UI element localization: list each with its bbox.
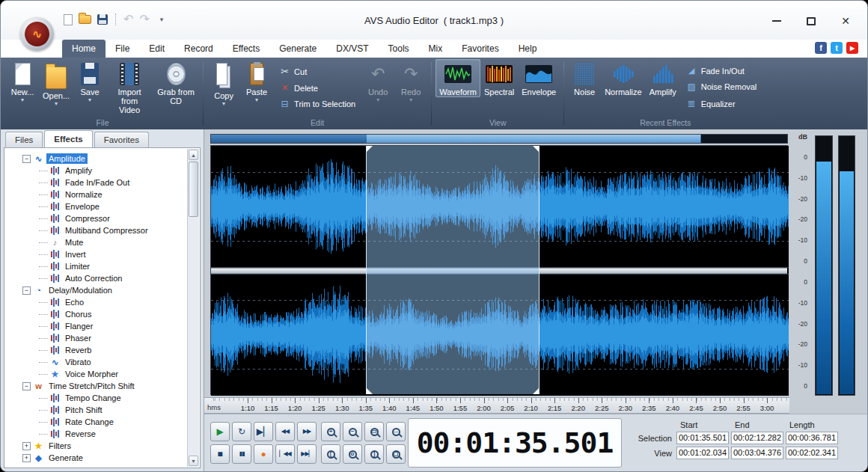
delete-button[interactable]: ✕Delete bbox=[279, 83, 355, 93]
customize-toolbar-chevron[interactable]: ▾ bbox=[160, 16, 164, 23]
tree-item-chorus[interactable]: Chorus bbox=[6, 308, 186, 320]
tab-effects[interactable]: Effects bbox=[223, 40, 269, 58]
tab-favorites[interactable]: Favorites bbox=[452, 40, 508, 58]
tree-item-filters[interactable]: +★Filters bbox=[6, 440, 186, 452]
tree-item-voice-morpher[interactable]: ★Voice Morpher bbox=[6, 368, 186, 380]
tab-home[interactable]: Home bbox=[62, 40, 106, 58]
tab-file[interactable]: File bbox=[106, 40, 139, 58]
close-button[interactable]: ✕ bbox=[836, 13, 855, 29]
maximize-button[interactable] bbox=[801, 13, 821, 29]
tree-item-tempo-change[interactable]: Tempo Change bbox=[6, 392, 186, 404]
trim-to-selection-button[interactable]: ⊟Trim to Selection bbox=[279, 99, 355, 109]
import-from-video-button[interactable]: Import from Video bbox=[106, 59, 153, 115]
tree-item-pitch-shift[interactable]: Pitch Shift bbox=[6, 404, 186, 416]
selection-start-field[interactable]: 00:01:35.501 bbox=[676, 432, 729, 444]
paste-button[interactable]: Paste▾ bbox=[240, 59, 273, 108]
tree-item-vibrato[interactable]: ∿Vibrato bbox=[6, 356, 186, 368]
go-to-end-button[interactable]: ▶▶▏ bbox=[297, 444, 317, 464]
overview-view-range[interactable] bbox=[367, 135, 701, 143]
collapse-icon[interactable]: − bbox=[22, 155, 31, 163]
panel-tab-effects[interactable]: Effects bbox=[44, 130, 92, 147]
tree-item-reverse[interactable]: Reverse bbox=[6, 428, 186, 440]
selection-handle-top-left[interactable] bbox=[367, 146, 373, 152]
selection-handle-bottom-right[interactable] bbox=[533, 388, 539, 394]
pause-button[interactable]: ▮▮ bbox=[232, 444, 251, 464]
play-to-end-button[interactable]: ▶▏ bbox=[254, 422, 273, 441]
play-button[interactable]: ▶ bbox=[210, 422, 230, 441]
zoom-fit-button[interactable]: ↔ bbox=[386, 422, 406, 441]
zoom-vertical-out-button[interactable]: o bbox=[343, 444, 362, 464]
tab-help[interactable]: Help bbox=[509, 40, 547, 58]
tab-edit[interactable]: Edit bbox=[139, 40, 174, 58]
tree-item-envelope[interactable]: Envelope bbox=[6, 200, 186, 212]
zoom-vertical-fit-button[interactable]: ] bbox=[364, 444, 384, 464]
panel-tab-favorites[interactable]: Favorites bbox=[94, 132, 149, 147]
tree-item-phaser[interactable]: Phaser bbox=[6, 332, 186, 344]
noise-button[interactable]: Noise bbox=[568, 59, 601, 97]
redo-button[interactable]: ↷Redo▾ bbox=[394, 59, 427, 104]
zoom-selection-button[interactable]: ▭ bbox=[364, 422, 384, 441]
normalize-button[interactable]: Normalize bbox=[601, 59, 646, 97]
scroll-up-icon[interactable]: ▲ bbox=[189, 150, 198, 160]
file-overview-bar[interactable] bbox=[210, 134, 788, 144]
envelope-button[interactable]: Envelope bbox=[518, 59, 560, 97]
undo-icon[interactable]: ↶ bbox=[123, 14, 133, 25]
tree-item-compressor[interactable]: Compressor bbox=[6, 212, 186, 224]
spectral-button[interactable]: Spectral bbox=[480, 59, 518, 97]
view-length-field[interactable]: 00:02:02.341 bbox=[786, 447, 838, 459]
open-file-icon[interactable] bbox=[79, 15, 91, 24]
panel-tab-files[interactable]: Files bbox=[5, 132, 43, 147]
tab-record[interactable]: Record bbox=[174, 40, 223, 58]
selection-end-field[interactable]: 00:02:12.282 bbox=[731, 432, 783, 444]
tree-item-echo[interactable]: Echo bbox=[6, 296, 186, 308]
view-start-field[interactable]: 00:01:02.034 bbox=[676, 447, 729, 459]
copy-button[interactable]: Copy▾ bbox=[207, 59, 240, 108]
time-ruler[interactable]: hms 1:101:151:201:251:301:351:401:451:50… bbox=[204, 397, 789, 414]
scroll-down-icon[interactable]: ▼ bbox=[189, 456, 198, 466]
tab-dx-vst[interactable]: DX/VST bbox=[326, 40, 378, 58]
tree-item-fade-in-fade-out[interactable]: Fade In/Fade Out bbox=[6, 177, 186, 189]
zoom-out-button[interactable]: − bbox=[343, 422, 362, 441]
tree-item-mute[interactable]: ♪Mute bbox=[6, 236, 186, 248]
tree-item-amplitude[interactable]: −∿Amplitude bbox=[6, 153, 186, 165]
fast-forward-button[interactable]: ▶▶ bbox=[297, 422, 317, 441]
zoom-vertical-in-button[interactable]: [ bbox=[321, 444, 340, 464]
tree-item-rate-change[interactable]: Rate Change bbox=[6, 416, 186, 428]
tree-item-multiband-compressor[interactable]: Multiband Compressor bbox=[6, 224, 186, 236]
loop-button[interactable]: ↻ bbox=[232, 422, 251, 441]
tree-item-limiter[interactable]: Limiter bbox=[6, 260, 186, 272]
selection-handle-top-right[interactable] bbox=[533, 146, 539, 152]
tree-item-amplify[interactable]: Amplify bbox=[6, 165, 186, 177]
open-button[interactable]: Open...▾ bbox=[39, 59, 73, 108]
record-button[interactable]: ● bbox=[254, 444, 273, 464]
waveform-button[interactable]: Waveform bbox=[435, 59, 480, 97]
amplify-button[interactable]: Amplify bbox=[646, 59, 680, 97]
new-button[interactable]: New...▾ bbox=[6, 59, 39, 104]
stop-button[interactable]: ■ bbox=[210, 444, 230, 464]
youtube-icon[interactable]: ▶ bbox=[846, 42, 858, 54]
zoom-restore-button[interactable]: ◻ bbox=[386, 444, 406, 464]
tab-tools[interactable]: Tools bbox=[379, 40, 419, 58]
facebook-icon[interactable]: f bbox=[815, 42, 827, 54]
tree-item-auto-correction[interactable]: Auto Correction bbox=[6, 272, 186, 284]
expand-icon[interactable]: + bbox=[22, 442, 31, 450]
tree-item-delay-modulation[interactable]: −◔Delay/Modulation bbox=[6, 284, 186, 296]
go-to-start-button[interactable]: ▏◀◀ bbox=[275, 444, 295, 464]
scrollbar-thumb[interactable] bbox=[189, 162, 198, 217]
waveform-display[interactable] bbox=[210, 145, 788, 395]
tree-item-invert[interactable]: Invert bbox=[6, 248, 186, 260]
selection-length-field[interactable]: 00:00:36.781 bbox=[786, 432, 838, 444]
tab-generate[interactable]: Generate bbox=[269, 40, 326, 58]
grab-from-cd-button[interactable]: Grab from CD bbox=[153, 59, 199, 106]
minimize-button[interactable] bbox=[767, 13, 786, 29]
waveform-selection[interactable] bbox=[366, 146, 540, 394]
new-file-icon[interactable] bbox=[64, 14, 73, 25]
fade-in-out-button[interactable]: ◢Fade In/Out bbox=[686, 66, 757, 76]
tab-mix[interactable]: Mix bbox=[419, 40, 453, 58]
zoom-in-button[interactable]: + bbox=[321, 422, 340, 441]
rewind-button[interactable]: ◀◀ bbox=[275, 422, 295, 441]
tree-scrollbar[interactable]: ▲ ▼ bbox=[187, 149, 199, 467]
tree-item-time-stretch-pitch-shift[interactable]: −wTime Stretch/Pitch Shift bbox=[6, 380, 186, 392]
collapse-icon[interactable]: − bbox=[22, 286, 31, 295]
save-file-icon[interactable] bbox=[97, 14, 108, 25]
